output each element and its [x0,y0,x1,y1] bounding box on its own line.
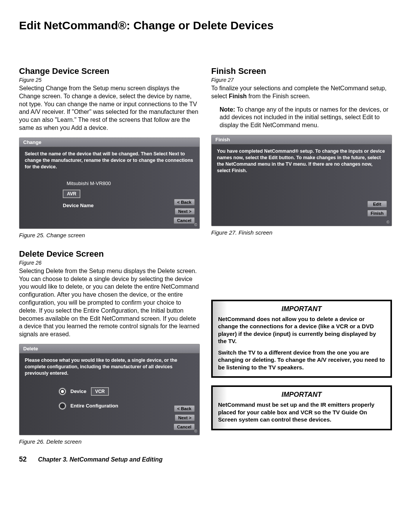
delete-panel-instruction: Please choose what you would like to del… [25,357,194,377]
finish-panel-instruction: You have completed NetCommand® setup. To… [217,148,386,174]
entire-config-label: Entire Configuration [70,403,118,409]
delete-panel-title: Delete [19,344,199,353]
important-box-1: IMPORTANT NetCommand does not allow you … [211,300,392,378]
important2-p1: NetCommand must be set up and the IR emi… [218,401,385,423]
note-label: Note: [220,106,235,113]
important-box-2: IMPORTANT NetCommand must be set up and … [211,385,392,430]
cancel-button[interactable]: Cancel [174,217,195,224]
device-value-box[interactable]: VCR [91,387,109,396]
caption-fig27: Figure 27. Finish screen [211,229,392,236]
figure-ref-27: Figure 27 [211,77,392,83]
chapter-label: Chapter 3. NetCommand Setup and Editing [38,456,162,463]
copyright-icon: © [194,429,197,433]
finish-note: Note: To change any of the inputs or nam… [220,106,392,129]
change-panel-instruction: Select the name of the device that will … [25,151,194,170]
avr-box[interactable]: AVR [63,190,80,198]
back-button[interactable]: < Back [174,199,195,206]
heading-change-device: Change Device Screen [19,66,200,76]
radio-entire-config[interactable] [59,403,66,409]
next-button[interactable]: Next > [175,208,195,215]
right-column: Finish Screen Figure 27 To finalize your… [211,66,392,448]
finish-bold: Finish [229,93,247,99]
page-number: 52 [19,455,27,463]
heading-finish: Finish Screen [211,66,392,76]
caption-fig26: Figure 26. Delete screen [19,438,200,445]
radio-device[interactable] [59,388,66,395]
change-panel-title: Change [19,138,199,147]
device-radio-label: Device [70,388,86,394]
page-footer: 52 Chapter 3. NetCommand Setup and Editi… [19,455,392,463]
change-body: Selecting Change from the Setup menu scr… [19,85,200,132]
finish-panel-title: Finish [212,135,392,144]
caption-fig25: Figure 25. Change screen [19,232,200,238]
copyright-icon: © [194,223,197,227]
figure-ref-25: Figure 25 [19,77,200,83]
next-button[interactable]: Next > [175,414,195,421]
figure-ref-26: Figure 26 [19,260,200,266]
important-title-1: IMPORTANT [218,305,385,313]
back-button[interactable]: < Back [174,405,195,412]
device-name-label: Device Name [63,203,94,208]
important1-p1: NetCommand does not allow you to delete … [218,315,385,345]
cancel-button[interactable]: Cancel [174,423,195,430]
heading-delete-device: Delete Device Screen [19,249,200,259]
delete-screen-panel: Delete Please choose what you would like… [19,344,200,435]
finish-screen-panel: Finish You have completed NetCommand® se… [211,135,392,226]
finish-body: To finalize your selections and complete… [211,85,392,101]
important1-p2: Switch the TV to a different device from… [218,349,385,371]
edit-button[interactable]: Edit [367,201,387,208]
delete-body: Selecting Delete from the Setup menu dis… [19,267,200,339]
note-text: To change any of the inputs or names for… [220,106,389,129]
finish-body-b: from the Finish screen. [247,93,310,99]
page-title: Edit NetCommand®: Change or Delete Devic… [19,19,392,32]
change-screen-panel: Change Select the name of the device tha… [19,137,200,229]
important-title-2: IMPORTANT [218,391,385,399]
left-column: Change Device Screen Figure 25 Selecting… [19,66,200,448]
change-device-line: Mitsubishi M-VR800 [67,181,194,186]
finish-button[interactable]: Finish [367,210,387,217]
copyright-icon: © [387,220,389,224]
